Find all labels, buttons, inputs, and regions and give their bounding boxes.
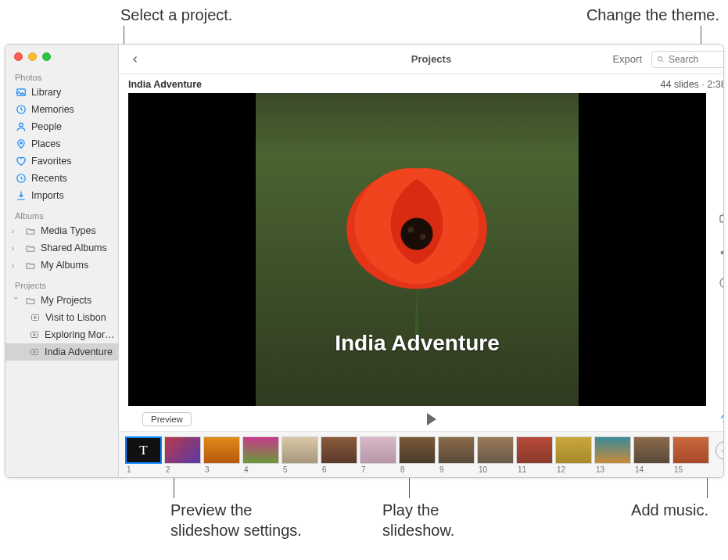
sidebar-item-recents[interactable]: Recents xyxy=(5,170,118,187)
export-button[interactable]: Export xyxy=(612,53,642,65)
library-icon xyxy=(15,87,27,99)
svg-rect-13 xyxy=(720,216,724,222)
thumbnail-12[interactable]: 12 xyxy=(555,436,592,474)
svg-point-2 xyxy=(19,123,23,127)
thumb-number: 10 xyxy=(477,465,487,474)
imports-icon xyxy=(15,190,27,202)
sidebar-item-my-albums[interactable]: › My Albums xyxy=(5,257,118,274)
thumb-image xyxy=(203,436,240,464)
thumbnail-3[interactable]: 3 xyxy=(203,436,240,474)
thumbnail-6[interactable]: 6 xyxy=(321,436,357,474)
sidebar-item-places[interactable]: Places xyxy=(5,135,118,153)
stage-overlay-title: India Adventure xyxy=(335,331,500,356)
search-field[interactable] xyxy=(651,51,724,68)
sidebar-label: Shared Albums xyxy=(41,242,107,253)
music-button[interactable] xyxy=(716,242,724,259)
sidebar-item-shared-albums[interactable]: › Shared Albums xyxy=(5,239,118,257)
thumb-image xyxy=(672,436,709,464)
theme-icon xyxy=(717,212,724,226)
folder-icon xyxy=(24,242,36,254)
chevron-right-icon: › xyxy=(12,227,20,235)
callout-preview-settings: Preview the slideshow settings. xyxy=(170,500,302,540)
thumb-image xyxy=(164,436,201,464)
thumbnail-5[interactable]: 5 xyxy=(282,436,318,474)
loop-icon xyxy=(719,412,724,425)
filmstrip-scroll[interactable]: T 1 2 3 4 5 6 7 8 9 10 11 12 13 14 15 xyxy=(125,436,709,474)
sidebar-label: Imports xyxy=(31,190,64,201)
loop-button[interactable] xyxy=(719,412,724,427)
slideshow-icon xyxy=(29,329,40,341)
sidebar-label: People xyxy=(31,121,62,132)
callout-line2: slideshow settings. xyxy=(170,522,302,539)
thumb-number: 7 xyxy=(360,465,366,474)
people-icon xyxy=(15,121,27,133)
thumb-image xyxy=(242,436,279,464)
thumbnail-11[interactable]: 11 xyxy=(516,436,553,474)
thumbnail-9[interactable]: 9 xyxy=(438,436,475,474)
thumbnail-7[interactable]: 7 xyxy=(360,436,396,474)
thumb-number: 5 xyxy=(282,465,288,474)
svg-point-11 xyxy=(408,227,414,233)
thumb-number: 14 xyxy=(633,465,644,474)
sidebar-project-exploring-morocco[interactable]: Exploring Mor… xyxy=(5,326,118,343)
thumb-number: 12 xyxy=(555,465,565,474)
preview-button[interactable]: Preview xyxy=(142,412,192,426)
window-traffic-lights xyxy=(5,45,118,66)
sidebar-label: Memories xyxy=(31,104,74,115)
favorites-icon xyxy=(15,156,27,167)
sidebar-section-projects: Projects xyxy=(5,274,118,292)
chevron-down-icon: › xyxy=(12,296,20,304)
thumbnail-15[interactable]: 15 xyxy=(672,436,709,474)
thumbnail-1[interactable]: T 1 xyxy=(125,436,162,474)
thumbnail-10[interactable]: 10 xyxy=(477,436,514,474)
thumbnail-13[interactable]: 13 xyxy=(594,436,631,474)
close-window-button[interactable] xyxy=(14,52,23,61)
callout-play-slideshow: Play the slideshow. xyxy=(382,500,454,540)
slideshow-icon xyxy=(29,312,41,324)
sidebar-project-india-adventure[interactable]: India Adventure xyxy=(5,343,118,361)
sidebar-item-imports[interactable]: Imports xyxy=(5,187,118,204)
sidebar: Photos Library Memories People Places Fa… xyxy=(5,45,119,477)
sidebar-item-memories[interactable]: Memories xyxy=(5,101,118,118)
callout-select-project: Select a project. xyxy=(120,5,232,25)
search-input[interactable] xyxy=(669,54,724,65)
sidebar-label: Favorites xyxy=(31,156,71,167)
chevron-right-icon: › xyxy=(12,261,20,270)
recents-icon xyxy=(15,173,27,185)
sidebar-project-visit-lisbon[interactable]: Visit to Lisbon xyxy=(5,309,118,326)
thumbnail-14[interactable]: 14 xyxy=(633,436,670,474)
duration-button[interactable] xyxy=(716,273,724,290)
filmstrip: T 1 2 3 4 5 6 7 8 9 10 11 12 13 14 15 xyxy=(119,431,724,477)
back-button[interactable] xyxy=(127,51,144,68)
callout-line1: Preview the xyxy=(170,501,253,519)
thumb-number: 13 xyxy=(594,465,604,474)
add-slide-button[interactable] xyxy=(715,441,724,460)
theme-button[interactable] xyxy=(716,210,724,228)
project-subheader: India Adventure 44 slides · 2:38m xyxy=(119,74,724,93)
folder-icon xyxy=(24,295,36,307)
thumb-number: 15 xyxy=(672,465,683,474)
sidebar-item-people[interactable]: People xyxy=(5,118,118,135)
thumb-number: 11 xyxy=(516,465,526,474)
minimize-window-button[interactable] xyxy=(28,52,37,61)
sidebar-item-my-projects[interactable]: › My Projects xyxy=(5,292,118,309)
playback-controls: Preview xyxy=(119,406,724,431)
sidebar-item-library[interactable]: Library xyxy=(5,84,118,101)
play-button[interactable] xyxy=(427,413,436,425)
thumb-number: 2 xyxy=(164,465,170,474)
title-slide-thumb: T xyxy=(125,436,162,464)
search-icon xyxy=(657,55,665,64)
sidebar-item-favorites[interactable]: Favorites xyxy=(5,153,118,170)
thumbnail-2[interactable]: 2 xyxy=(164,436,201,474)
thumb-image xyxy=(282,436,318,464)
thumbnail-8[interactable]: 8 xyxy=(399,436,436,474)
thumb-number: 3 xyxy=(203,465,210,474)
thumb-number: 9 xyxy=(438,465,444,474)
thumbnail-4[interactable]: 4 xyxy=(242,436,279,474)
thumb-image xyxy=(360,436,396,464)
folder-icon xyxy=(24,225,36,237)
main-content: Projects Export India Adventure 44 slide… xyxy=(119,45,724,477)
sidebar-label: Visit to Lisbon xyxy=(45,312,106,323)
zoom-window-button[interactable] xyxy=(42,52,51,61)
sidebar-item-media-types[interactable]: › Media Types xyxy=(5,222,118,239)
